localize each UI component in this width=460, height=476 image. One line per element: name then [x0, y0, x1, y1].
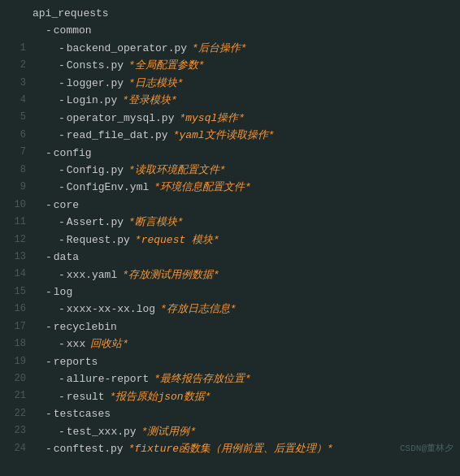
list-item: 15- log [0, 283, 460, 301]
list-item: 17- recyclebin [0, 318, 460, 335]
line-number: 10 [3, 197, 26, 214]
comment-text: *断言模块* [128, 214, 184, 231]
comment-text: *环境信息配置文件* [154, 179, 251, 196]
folder-name: reports [54, 353, 98, 370]
folder-name: common [54, 22, 92, 39]
comment-text: *存放日志信息* [160, 301, 237, 318]
file-name: Login.py [67, 92, 117, 109]
file-name: conftest.py [54, 440, 124, 457]
tree-dash: - [59, 232, 65, 249]
file-name: Config.py [67, 162, 124, 179]
comment-text: 回收站* [90, 335, 128, 353]
list-item: 9- ConfigEnv.yml*环境信息配置文件* [0, 179, 460, 196]
tree-dash: - [46, 22, 52, 39]
comment-text: *测试用例* [141, 423, 197, 440]
list-item: 14- xxx.yaml*存放测试用例数据* [0, 266, 460, 283]
list-item: 23- test_xxx.py*测试用例* [0, 423, 460, 440]
folder-name: config [54, 145, 92, 162]
tree-dash: - [59, 301, 65, 318]
tree-dash: - [46, 353, 52, 370]
file-name: operator_mysql.py [67, 110, 175, 127]
tree-dash: - [59, 214, 65, 231]
line-number: 13 [3, 249, 26, 266]
line-number: 2 [3, 58, 26, 74]
tree-dash: - [59, 162, 65, 179]
list-item: 7- config [0, 145, 460, 162]
list-item: 4- Login.py*登录模块* [0, 92, 460, 109]
tree-dash: - [59, 92, 65, 109]
list-item: 8- Config.py*读取环境配置文件* [0, 162, 460, 179]
tree-dash: - [59, 266, 65, 283]
line-number: 12 [3, 232, 26, 249]
line-number: 22 [3, 406, 26, 422]
line-number: 21 [3, 388, 26, 405]
tree-dash: - [46, 405, 52, 422]
folder-name: api_requests [33, 5, 109, 22]
line-number: 3 [3, 76, 26, 92]
comment-text: *yaml文件读取操作* [173, 127, 275, 144]
folder-name: core [54, 197, 79, 214]
tree-dash: - [59, 370, 65, 387]
tree-dash: - [59, 75, 65, 92]
file-name: xxx [67, 335, 85, 353]
file-name: logger.py [67, 75, 124, 92]
line-number: 4 [3, 93, 26, 109]
file-name: xxxx-xx-xx.log [67, 301, 155, 318]
tree-dash: - [46, 145, 52, 162]
comment-text: *fixture函数集（用例前置、后置处理）* [128, 440, 333, 457]
comment-text: *request 模块* [135, 232, 219, 249]
list-item: 16- xxxx-xx-xx.log*存放日志信息* [0, 301, 460, 318]
file-name: Assert.py [67, 214, 124, 231]
comment-text: *全局配置参数* [128, 57, 205, 74]
line-number: 23 [3, 423, 26, 439]
folder-name: recyclebin [54, 318, 117, 335]
list-item: - common [0, 22, 460, 39]
line-number: 18 [3, 336, 26, 353]
list-item: 21- result*报告原始json数据* [0, 388, 460, 405]
list-item: 6- read_file_dat.py*yaml文件读取操作* [0, 127, 460, 144]
tree-dash: - [46, 440, 52, 457]
folder-name: log [54, 283, 72, 301]
file-name: ConfigEnv.yml [67, 179, 149, 196]
tree-dash: - [46, 283, 52, 301]
comment-text: *存放测试用例数据* [122, 266, 219, 283]
list-item: 11- Assert.py*断言模块* [0, 214, 460, 231]
list-item: 20- allure-report*最终报告存放位置* [0, 370, 460, 387]
file-name: allure-report [67, 370, 149, 387]
list-item: 13- data [0, 249, 460, 266]
list-item: 19- reports [0, 353, 460, 370]
comment-text: *登录模块* [122, 92, 177, 109]
list-item: 2- Consts.py*全局配置参数* [0, 57, 460, 74]
list-item: api_requests [0, 5, 460, 22]
line-number: 5 [3, 110, 26, 126]
tree-dash: - [59, 388, 65, 405]
list-item: 5- operator_mysql.py*mysql操作* [0, 110, 460, 127]
list-item: 12- Request.py*request 模块* [0, 232, 460, 249]
file-name: Consts.py [67, 57, 124, 74]
comment-text: *报告原始json数据* [110, 388, 211, 405]
code-viewer: api_requests- common1- backend_operator.… [0, 0, 460, 462]
tree-dash: - [59, 40, 65, 57]
line-number: 16 [3, 301, 26, 318]
file-name: result [67, 388, 105, 405]
comment-text: *日志模块* [128, 75, 184, 92]
tree-dash: - [59, 179, 65, 196]
comment-text: *后台操作* [192, 40, 247, 57]
folder-name: data [54, 249, 79, 266]
tree-dash: - [59, 110, 65, 127]
line-number: 24 [3, 441, 26, 457]
watermark: CSDN@董林夕 [400, 441, 453, 456]
list-item: 24- conftest.py*fixture函数集（用例前置、后置处理）* [0, 440, 460, 457]
line-number: 9 [3, 180, 26, 196]
folder-name: testcases [54, 405, 111, 422]
line-number: 19 [3, 354, 26, 370]
tree-dash: - [59, 423, 65, 440]
tree-dash: - [59, 57, 65, 74]
tree-dash: - [59, 335, 65, 353]
list-item: 3- logger.py*日志模块* [0, 75, 460, 92]
line-number: 20 [3, 371, 26, 387]
line-number: 1 [3, 41, 26, 57]
line-number: 17 [3, 319, 26, 335]
list-item: 18- xxx回收站* [0, 335, 460, 353]
line-number: 6 [3, 128, 26, 144]
